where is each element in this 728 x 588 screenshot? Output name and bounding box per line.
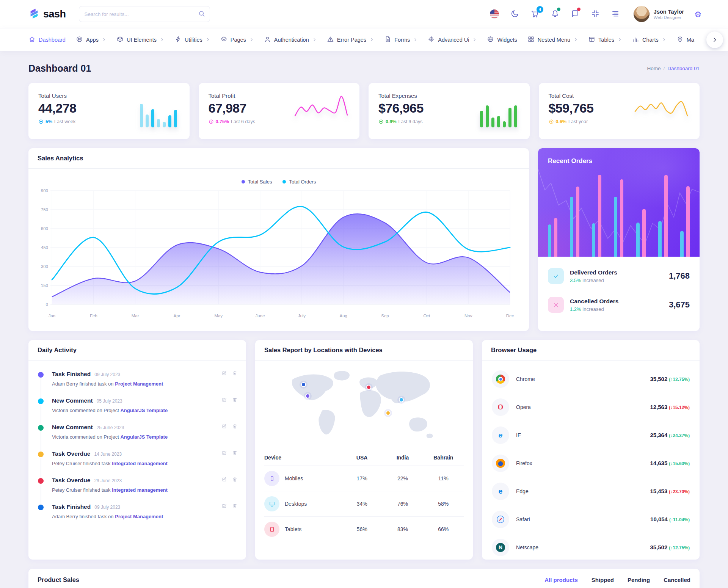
dashboard-page: sash 4 xyxy=(0,0,728,588)
trash-icon[interactable] xyxy=(232,370,238,378)
tab-shipped[interactable]: Shipped xyxy=(592,577,614,583)
messages-button[interactable] xyxy=(570,9,580,19)
nav-item-forms[interactable]: Forms xyxy=(384,36,417,44)
stat-card-total-cost: Total Cost $59,765 0.6% Last year xyxy=(539,83,700,139)
nav-scroll-right-button[interactable] xyxy=(706,31,723,48)
trash-icon[interactable] xyxy=(232,423,238,431)
report-table-header: DeviceUSAIndiaBahrain xyxy=(264,450,464,466)
settings-button[interactable]: ⚙ xyxy=(694,10,701,18)
breadcrumb: Home/Dashboard 01 xyxy=(647,66,700,71)
browser-row-safari: Safari 10,054(↑11.04%) xyxy=(492,505,690,533)
edge-icon: e xyxy=(492,483,509,500)
trash-icon[interactable] xyxy=(232,397,238,404)
nav-item-charts[interactable]: Charts xyxy=(632,36,666,44)
nav-item-label: Pages xyxy=(231,37,246,43)
svg-text:Feb: Feb xyxy=(90,314,97,318)
notifications-button[interactable] xyxy=(550,9,560,19)
map-location-dot[interactable] xyxy=(399,397,404,402)
nav-item-utilities[interactable]: Utilities xyxy=(174,36,210,44)
breadcrumb-current[interactable]: Dashboard 01 xyxy=(667,66,700,71)
nav-item-widgets[interactable]: Widgets xyxy=(487,36,517,44)
nav-item-pages[interactable]: Pages xyxy=(220,36,254,44)
browser-change: (↓15.12%) xyxy=(669,405,690,410)
chevron-right-icon xyxy=(617,37,622,43)
report-row-desktops: Desktops 34% 76% 58% xyxy=(264,491,464,517)
trash-icon[interactable] xyxy=(232,503,238,510)
us-flag-icon xyxy=(490,9,499,19)
tab-all-products[interactable]: All products xyxy=(544,577,578,583)
trash-icon[interactable] xyxy=(232,477,238,484)
tab-pending[interactable]: Pending xyxy=(628,577,650,583)
activity-item: Task Finished 09 July 2023 Adam Berry fi… xyxy=(28,503,246,530)
edit-icon[interactable] xyxy=(221,477,227,484)
sidebar-toggle-button[interactable] xyxy=(610,9,620,19)
search-input[interactable] xyxy=(79,6,210,22)
netscape-icon: N xyxy=(492,539,509,556)
language-flag-button[interactable] xyxy=(490,9,500,19)
arrow-up-circle-icon xyxy=(549,119,554,124)
activity-link[interactable]: Project Management xyxy=(115,381,163,387)
world-map-svg xyxy=(267,364,461,450)
arrow-down-circle-icon xyxy=(209,119,214,124)
edit-icon[interactable] xyxy=(221,397,227,404)
warning-icon xyxy=(327,36,334,44)
activity-link[interactable]: AngularJS Template xyxy=(120,408,168,413)
fullscreen-icon xyxy=(591,9,600,18)
edit-icon[interactable] xyxy=(221,423,227,431)
user-info: Json Taylor Web Designer xyxy=(654,9,684,20)
svg-text:300: 300 xyxy=(41,264,48,269)
order-stat-value: 1,768 xyxy=(669,271,690,281)
activity-link[interactable]: AngularJS Template xyxy=(120,434,168,440)
grid2-icon xyxy=(527,36,535,44)
user-menu[interactable]: Json Taylor Web Designer xyxy=(634,6,684,22)
stat-card-total-expenses: Total Expenses $76,965 0.9% Last 9 days xyxy=(369,83,530,139)
breadcrumb-home[interactable]: Home xyxy=(647,66,661,71)
nav-item-ma[interactable]: Ma xyxy=(676,36,694,44)
nav-item-advanced-ui[interactable]: Advanced Ui xyxy=(428,36,477,44)
sales-analytics-title: Sales Analytics xyxy=(38,155,520,162)
check-icon xyxy=(548,268,564,284)
map-location-dot[interactable] xyxy=(366,385,371,390)
logo-text: sash xyxy=(43,8,66,20)
tab-cancelled[interactable]: Cancelled xyxy=(664,577,690,583)
nav-item-apps[interactable]: Apps xyxy=(76,36,106,44)
activity-link[interactable]: Integrated management xyxy=(112,487,168,493)
svg-text:May: May xyxy=(214,314,223,318)
recent-orders-card: Recent Orders xyxy=(538,148,700,331)
chevron-right-icon xyxy=(206,37,210,43)
nav-item-label: Utilities xyxy=(185,37,202,43)
nav-item-dashboard[interactable]: Dashboard xyxy=(28,36,66,44)
browser-change: (↑11.04%) xyxy=(669,517,690,522)
activity-link[interactable]: Integrated management xyxy=(112,461,168,466)
svg-text:Jan: Jan xyxy=(49,314,56,318)
nav-item-tables[interactable]: Tables xyxy=(588,36,622,44)
map-location-dot[interactable] xyxy=(301,382,306,387)
nav-item-label: Nested Menu xyxy=(538,37,570,43)
search-icon[interactable] xyxy=(198,10,206,17)
nav-item-label: UI Elements xyxy=(127,37,157,43)
nav-item-ui-elements[interactable]: UI Elements xyxy=(116,36,164,44)
order-bar-group xyxy=(680,186,690,257)
apps-icon xyxy=(76,36,83,44)
activity-link[interactable]: Project Management xyxy=(115,514,163,519)
avatar xyxy=(634,6,650,22)
recent-orders-rows: Delivered Orders 3.5% increased 1,768 Ca… xyxy=(538,257,700,324)
trash-icon[interactable] xyxy=(232,450,238,457)
edit-icon[interactable] xyxy=(221,503,227,510)
nav-item-error-pages[interactable]: Error Pages xyxy=(327,36,374,44)
edit-icon[interactable] xyxy=(221,370,227,378)
legend-item-total-sales[interactable]: Total Sales xyxy=(242,179,272,185)
stat-mini-chart xyxy=(293,94,350,130)
fullscreen-button[interactable] xyxy=(590,9,600,19)
nav-item-nested-menu[interactable]: Nested Menu xyxy=(527,36,578,44)
svg-text:Oct: Oct xyxy=(423,314,430,318)
dark-mode-button[interactable] xyxy=(510,9,520,19)
svg-text:0: 0 xyxy=(46,302,48,307)
sales-analytics-chart: 9007506004503001500JanFebMarAprMayJuneJu… xyxy=(28,186,529,322)
globe-icon xyxy=(487,36,494,44)
app-logo[interactable]: sash xyxy=(28,8,66,20)
edit-icon[interactable] xyxy=(221,450,227,457)
legend-item-total-orders[interactable]: Total Orders xyxy=(282,179,316,185)
cart-button[interactable]: 4 xyxy=(530,9,540,19)
nav-item-authentication[interactable]: Authentication xyxy=(264,36,317,44)
